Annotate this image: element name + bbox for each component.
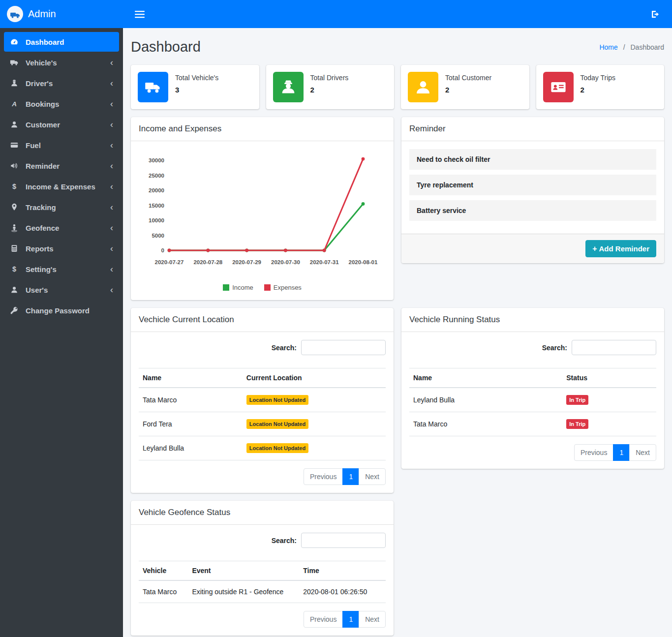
sidebar-item-label: Reminder <box>26 162 105 170</box>
id-card-icon <box>543 72 574 102</box>
card-title: Income and Expenses <box>131 117 394 141</box>
sidebar-item-reminder[interactable]: Reminder ‹ <box>4 156 119 176</box>
logout-button[interactable] <box>647 6 663 22</box>
sidebar-item-income-expenses[interactable]: $ Income & Expenses ‹ <box>4 177 119 196</box>
sidebar-item-drivers[interactable]: Driver's ‹ <box>4 73 119 93</box>
column-header: Name <box>409 368 562 388</box>
svg-text:2020-07-27: 2020-07-27 <box>155 259 184 265</box>
bookings-icon: A <box>8 99 21 108</box>
stat-card-today-trips: Today Trips 2 <box>536 65 665 109</box>
pagination: Previous 1 Next <box>139 468 386 485</box>
sidebar-item-fuel[interactable]: Fuel ‹ <box>4 135 119 155</box>
svg-text:A: A <box>11 100 17 108</box>
sidebar-item-settings[interactable]: $ Setting's ‹ <box>4 259 119 279</box>
sidebar-item-label: Driver's <box>26 79 105 88</box>
column-header: Name <box>139 368 243 388</box>
search-input[interactable] <box>301 533 386 548</box>
stat-label: Total Vehicle's <box>175 72 218 82</box>
legend-label: Income <box>232 284 253 291</box>
chevron-left-icon: ‹ <box>110 266 115 272</box>
sidebar-item-vehicles[interactable]: Vehicle's ‹ <box>4 53 119 72</box>
svg-text:30000: 30000 <box>149 157 164 163</box>
search-input[interactable] <box>572 340 656 355</box>
sidebar-item-label: Geofence <box>26 224 105 232</box>
sidebar-item-label: Tracking <box>26 203 105 212</box>
chevron-left-icon: ‹ <box>110 80 115 86</box>
sidebar-item-bookings[interactable]: A Bookings ‹ <box>4 94 119 114</box>
status-badge: In Trip <box>566 395 588 405</box>
breadcrumb-home-link[interactable]: Home <box>599 43 617 51</box>
sidebar-item-change-password[interactable]: Change Password <box>4 301 119 320</box>
sidebar-item-geofence[interactable]: Geofence ‹ <box>4 218 119 238</box>
reminder-card: Reminder Need to check oil filter Tyre r… <box>401 117 664 263</box>
search-input[interactable] <box>301 340 386 355</box>
main-column: Dashboard Home / Dashboard Total Vehicle… <box>123 0 672 637</box>
dollar-icon: $ <box>8 182 21 191</box>
content: Dashboard Home / Dashboard Total Vehicle… <box>123 28 672 637</box>
page-number-button[interactable]: 1 <box>342 611 359 628</box>
sidebar-nav: Dashboard Vehicle's ‹ Driver's ‹ A Booki… <box>0 28 123 325</box>
svg-text:2020-07-30: 2020-07-30 <box>271 259 300 265</box>
sidebar-item-users[interactable]: User's ‹ <box>4 280 119 300</box>
truck-icon <box>138 72 168 102</box>
column-header: Event <box>188 561 299 581</box>
key-icon <box>8 306 21 315</box>
sidebar-item-tracking[interactable]: Tracking ‹ <box>4 197 119 217</box>
status-badge: Location Not Updated <box>246 443 308 453</box>
stats-row: Total Vehicle's 3 Total Drivers 2 Total … <box>131 65 664 109</box>
next-page-button[interactable]: Next <box>629 444 656 461</box>
truck-icon <box>8 58 21 67</box>
vehicle-current-location-card: Vechicle Current Location Search: Name C… <box>131 308 394 493</box>
hamburger-icon <box>135 10 145 18</box>
previous-page-button[interactable]: Previous <box>304 611 343 628</box>
sidebar-item-dashboard[interactable]: Dashboard <box>4 32 119 52</box>
search-label: Search: <box>542 344 567 352</box>
sidebar-item-label: Dashboard <box>26 38 115 46</box>
stat-label: Total Customer <box>445 72 491 82</box>
sidebar-item-label: Vehicle's <box>26 59 105 67</box>
stat-card-total-vehicles: Total Vehicle's 3 <box>131 65 259 109</box>
search-label: Search: <box>272 344 297 352</box>
expenses-legend-swatch <box>264 284 271 291</box>
breadcrumb-current: Dashboard <box>631 43 665 51</box>
tachometer-icon <box>8 37 21 46</box>
reminder-item: Tyre replacement <box>409 175 656 195</box>
chevron-left-icon: ‹ <box>110 183 115 189</box>
chevron-left-icon: ‹ <box>110 60 115 65</box>
sidebar-item-reports[interactable]: Reports ‹ <box>4 239 119 258</box>
breadcrumb-separator: / <box>623 43 625 51</box>
car-logo-icon <box>10 9 21 20</box>
driver-icon <box>8 79 21 88</box>
sidebar-item-customer[interactable]: Customer ‹ <box>4 115 119 134</box>
next-page-button[interactable]: Next <box>359 611 386 628</box>
add-reminder-button[interactable]: + Add Reminder <box>585 240 656 257</box>
stat-label: Total Drivers <box>310 72 349 82</box>
calculator-icon <box>8 244 21 253</box>
add-reminder-label: Add Reminder <box>599 244 649 253</box>
income-legend-swatch <box>223 284 229 291</box>
column-header: Status <box>562 368 656 388</box>
stat-value: 2 <box>310 86 349 94</box>
column-header: Current Location <box>243 368 386 388</box>
income-expenses-chart: 0500010000150002000025000300002020-07-27… <box>131 141 394 300</box>
svg-text:2020-07-29: 2020-07-29 <box>232 259 261 265</box>
dollar-icon: $ <box>8 265 21 273</box>
stat-card-total-customers: Total Customer 2 <box>401 65 529 109</box>
user-icon <box>8 285 21 294</box>
driver-icon <box>273 72 304 102</box>
previous-page-button[interactable]: Previous <box>574 444 613 461</box>
card-title: Reminder <box>401 117 664 141</box>
stat-value: 2 <box>580 86 616 94</box>
current-location-table: Name Current Location Tata Marco Locatio… <box>139 368 386 460</box>
hamburger-menu-button[interactable] <box>132 7 148 21</box>
page-number-button[interactable]: 1 <box>613 444 630 461</box>
street-view-icon <box>8 223 21 232</box>
geofence-event: Exiting outside R1 - Geofence <box>188 580 299 603</box>
previous-page-button[interactable]: Previous <box>304 468 343 485</box>
svg-text:2020-07-31: 2020-07-31 <box>310 259 339 265</box>
status-badge: Location Not Updated <box>246 395 308 405</box>
next-page-button[interactable]: Next <box>359 468 386 485</box>
page-number-button[interactable]: 1 <box>342 468 359 485</box>
sidebar-brand[interactable]: Admin <box>0 0 123 28</box>
vehicle-name: Leyland Bulla <box>139 436 243 460</box>
